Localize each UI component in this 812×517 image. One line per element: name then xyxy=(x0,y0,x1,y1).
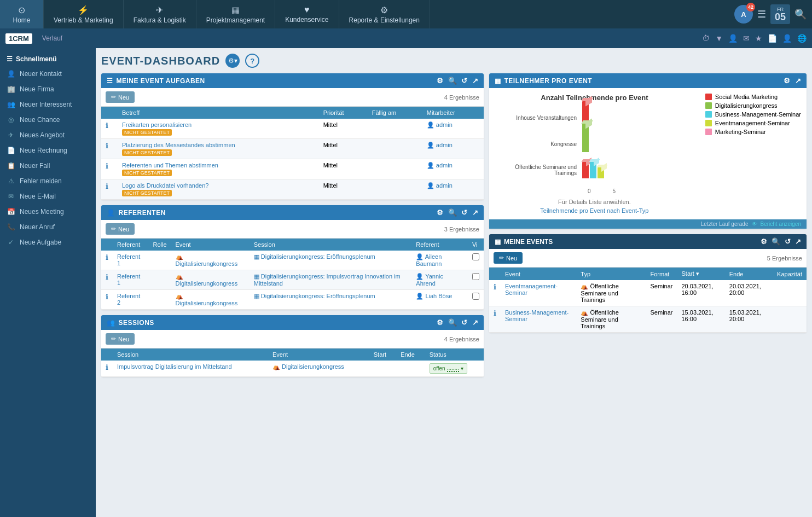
refresh-icon[interactable]: ↺ xyxy=(461,318,468,327)
info-icon[interactable]: ℹ xyxy=(106,363,108,371)
col-typ[interactable]: Typ xyxy=(576,268,646,280)
nav-faktura[interactable]: ✈ Faktura & Logistik xyxy=(124,0,196,28)
task-link[interactable]: Freikarten personalisieren xyxy=(122,121,192,128)
aufgaben-new-button[interactable]: ✏ Neu xyxy=(106,91,135,103)
col-rolle[interactable]: Rolle xyxy=(148,239,171,251)
col-start[interactable]: Start xyxy=(369,348,396,361)
col-referent2[interactable]: Referent xyxy=(411,239,468,251)
col-event[interactable]: Event xyxy=(501,268,576,280)
col-start[interactable]: Start ▾ xyxy=(677,268,724,280)
info-icon[interactable]: ℹ xyxy=(494,309,496,317)
search-icon[interactable]: 🔍 xyxy=(794,8,807,20)
avatar[interactable]: A 42 xyxy=(734,5,753,24)
settings-icon[interactable]: ⚙ xyxy=(437,208,444,217)
settings-icon[interactable]: ⚙ xyxy=(437,77,444,85)
sidebar-item-neue-email[interactable]: ✉ Neue E-Mail xyxy=(0,189,96,204)
help-button[interactable]: ? xyxy=(245,54,259,68)
sidebar-item-neuer-fall[interactable]: 📋 Neuer Fall xyxy=(0,158,96,173)
nav-home[interactable]: ⊙ Home xyxy=(0,0,44,28)
col-vi[interactable]: Vi xyxy=(468,239,484,251)
expand-icon[interactable]: ↗ xyxy=(795,77,802,85)
event-link[interactable]: Eventmanagement-Seminar xyxy=(505,283,558,296)
crm-logo[interactable]: 1CRM xyxy=(5,33,32,44)
search-icon[interactable]: 🔍 xyxy=(772,237,780,246)
sidebar-item-neuer-kontakt[interactable]: 👤 Neuer Kontakt xyxy=(0,66,96,82)
col-prioritaet[interactable]: Priorität xyxy=(319,107,368,119)
referent-link[interactable]: Referent 1 xyxy=(117,273,140,286)
event-link[interactable]: Digitalisierungkongress xyxy=(282,363,344,370)
settings-icon[interactable]: ⚙ xyxy=(437,318,444,327)
sidebar-item-neue-chance[interactable]: ◎ Neue Chance xyxy=(0,112,96,127)
col-event[interactable]: Event xyxy=(171,239,250,251)
user-link[interactable]: admin xyxy=(436,142,453,148)
expand-icon[interactable]: ↗ xyxy=(795,237,801,246)
email-icon[interactable]: ✉ xyxy=(743,34,750,43)
doc-icon[interactable]: 📄 xyxy=(768,34,777,43)
filter-icon[interactable]: ▼ xyxy=(715,34,723,43)
user2-icon[interactable]: 👤 xyxy=(782,34,792,43)
event-link[interactable]: Digitalisierungkongress xyxy=(176,300,238,306)
info-icon[interactable]: ℹ xyxy=(106,253,108,262)
user-link[interactable]: admin xyxy=(436,121,453,128)
globe-icon[interactable]: 🌐 xyxy=(797,34,807,43)
col-session[interactable]: Session xyxy=(113,348,268,361)
star-icon[interactable]: ★ xyxy=(755,34,762,43)
sessions-new-button[interactable]: ✏ Neu xyxy=(106,333,135,345)
user-link[interactable]: admin xyxy=(436,162,453,169)
referent-name-link[interactable]: Liah Böse xyxy=(425,293,452,299)
referent-link[interactable]: Referent 1 xyxy=(117,253,140,266)
event-link[interactable]: Digitalisierungkongress xyxy=(176,260,238,267)
nav-reporte[interactable]: ⚙ Reporte & Einstellungen xyxy=(339,0,430,28)
sidebar-item-neuer-interessent[interactable]: 👥 Neuer Interessent xyxy=(0,97,96,112)
info-icon[interactable]: ℹ xyxy=(106,162,108,170)
nav-kunden[interactable]: ♥ Kundenservice xyxy=(275,0,339,28)
col-ende[interactable]: Ende xyxy=(396,348,425,361)
col-ende[interactable]: Ende xyxy=(725,268,773,280)
info-icon[interactable]: ℹ xyxy=(106,273,108,281)
sidebar-item-neue-firma[interactable]: 🏢 Neue Firma xyxy=(0,82,96,97)
referenten-new-button[interactable]: ✏ Neu xyxy=(106,223,135,235)
session-link[interactable]: Impulsvortrag Digitalisierung im Mittels… xyxy=(117,363,232,370)
vi-checkbox[interactable] xyxy=(472,293,479,300)
user-icon[interactable]: 👤 xyxy=(728,34,738,43)
info-icon[interactable]: ℹ xyxy=(106,182,108,190)
event-link[interactable]: Business-Management-Seminar xyxy=(505,309,569,322)
col-status[interactable]: Status xyxy=(425,348,484,361)
info-icon[interactable]: ℹ xyxy=(494,283,496,291)
sidebar-item-fehler-melden[interactable]: ⚠ Fehler melden xyxy=(0,173,96,189)
search-icon[interactable]: 🔍 xyxy=(448,77,457,85)
dropdown-arrow[interactable]: ▾ xyxy=(461,365,463,371)
sidebar-item-neuer-anruf[interactable]: 📞 Neuer Anruf xyxy=(0,219,96,235)
expand-icon[interactable]: ↗ xyxy=(472,318,479,327)
info-icon[interactable]: ℹ xyxy=(106,293,108,301)
user-link[interactable]: admin xyxy=(436,182,453,189)
history-icon[interactable]: ⏱ xyxy=(702,34,710,43)
expand-icon[interactable]: ↗ xyxy=(472,77,479,85)
nav-vertrieb[interactable]: ⚡ Vertrieb & Marketing xyxy=(44,0,124,28)
refresh-icon[interactable]: ↺ xyxy=(785,237,791,246)
col-event[interactable]: Event xyxy=(268,348,369,361)
referent-link[interactable]: Referent 2 xyxy=(117,293,140,306)
session-link[interactable]: Digitalisierungkongress: Eröffnungsplenu… xyxy=(261,293,375,299)
col-mitarbeiter[interactable]: Mitarbeiter xyxy=(422,107,484,119)
search-icon[interactable]: 🔍 xyxy=(448,208,457,217)
events-new-button[interactable]: ✏ Neu xyxy=(494,252,523,264)
vi-checkbox[interactable] xyxy=(472,253,479,260)
refresh-icon[interactable]: ↺ xyxy=(461,77,468,85)
chart-detail-link[interactable]: Teilnehmende pro Event nach Event-Typ xyxy=(495,207,694,214)
task-link[interactable]: Referenten und Themen abstimmen xyxy=(122,162,218,169)
info-icon[interactable]: ℹ xyxy=(106,121,108,130)
col-format[interactable]: Format xyxy=(646,268,677,280)
sidebar-item-neue-rechnung[interactable]: 📄 Neue Rechnung xyxy=(0,143,96,158)
info-icon[interactable]: ℹ xyxy=(106,142,108,150)
sidebar-item-neues-meeting[interactable]: 📅 Neues Meeting xyxy=(0,204,96,219)
settings-icon[interactable]: ⚙ xyxy=(761,237,767,246)
bericht-anzeigen-link[interactable]: Bericht anzeigen xyxy=(761,221,802,227)
settings-dropdown-button[interactable]: ⚙▾ xyxy=(225,54,240,68)
task-link[interactable]: Logo als Druckdatei vorhanden? xyxy=(122,182,208,189)
search-icon[interactable]: 🔍 xyxy=(448,318,457,327)
nav-projekt[interactable]: ▦ Projektmanagement xyxy=(196,0,275,28)
session-link[interactable]: Digitalisierungkongress: Eröffnungsplenu… xyxy=(261,253,375,260)
col-faellig[interactable]: Fällig am xyxy=(368,107,422,119)
vi-checkbox[interactable] xyxy=(472,273,479,280)
